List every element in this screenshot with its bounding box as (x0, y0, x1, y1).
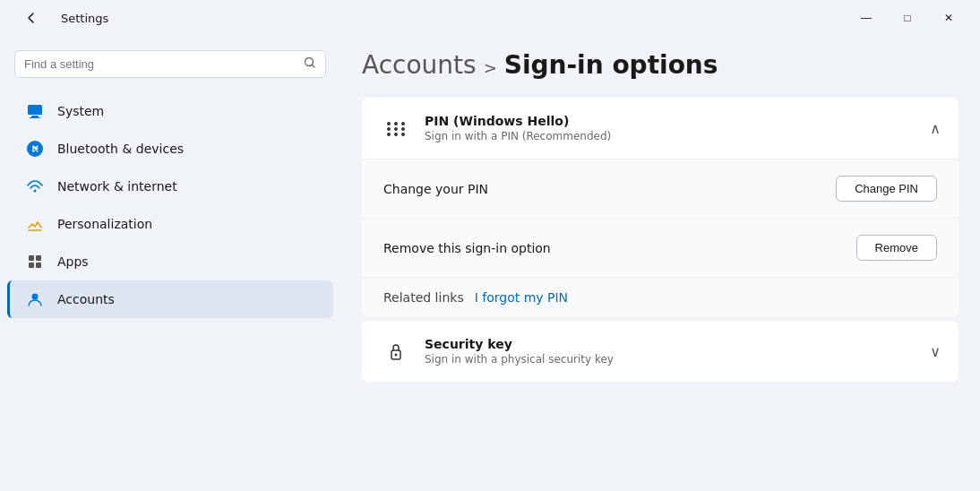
pin-section-info: PIN (Windows Hello) Sign in with a PIN (… (425, 114, 930, 142)
window-controls: — □ ✕ (846, 4, 969, 32)
forgot-pin-link[interactable]: I forgot my PIN (475, 290, 568, 305)
change-pin-row: Change your PIN Change PIN (362, 159, 959, 219)
breadcrumb-separator: > (484, 58, 497, 77)
remove-button[interactable]: Remove (856, 235, 937, 261)
accounts-icon (25, 289, 45, 309)
content-area: Accounts > Sign-in options (340, 36, 980, 491)
security-key-title: Security key (425, 337, 930, 351)
svg-point-13 (394, 122, 398, 125)
svg-rect-2 (31, 116, 39, 117)
security-key-section-header[interactable]: Security key Sign in with a physical sec… (362, 321, 959, 382)
svg-point-16 (394, 127, 398, 131)
svg-rect-3 (30, 117, 40, 118)
svg-rect-7 (29, 255, 34, 261)
change-pin-label: Change your PIN (383, 182, 836, 196)
related-links-label: Related links (383, 290, 464, 305)
pin-section-body: Change your PIN Change PIN Remove this s… (362, 159, 959, 317)
svg-point-5 (34, 190, 37, 193)
breadcrumb-parent[interactable]: Accounts (362, 50, 477, 80)
svg-point-15 (387, 127, 391, 131)
change-pin-button[interactable]: Change PIN (836, 176, 937, 202)
sidebar: System Bluetooth & devices Network & (0, 36, 340, 491)
breadcrumb-current: Sign-in options (504, 50, 718, 80)
svg-point-14 (401, 122, 405, 125)
apps-icon (25, 252, 45, 271)
pin-section-title: PIN (Windows Hello) (425, 114, 930, 128)
svg-point-18 (387, 133, 391, 136)
sidebar-item-personalization-label: Personalization (57, 217, 152, 231)
svg-point-19 (394, 133, 398, 136)
sidebar-item-accounts-label: Accounts (57, 292, 115, 306)
sidebar-item-system[interactable]: System (7, 92, 333, 130)
sidebar-item-network[interactable]: Network & internet (7, 168, 333, 205)
sidebar-item-system-label: System (57, 104, 104, 118)
security-key-section-card: Security key Sign in with a physical sec… (362, 321, 959, 382)
sidebar-item-apps-label: Apps (57, 254, 89, 269)
svg-point-17 (401, 127, 405, 131)
main-layout: System Bluetooth & devices Network & (0, 36, 980, 491)
sidebar-item-personalization[interactable]: Personalization (7, 205, 333, 243)
svg-point-22 (395, 354, 398, 357)
sidebar-item-accounts[interactable]: Accounts (7, 280, 333, 318)
bluetooth-icon (25, 139, 45, 159)
pin-icon (380, 112, 412, 144)
svg-rect-10 (36, 263, 41, 268)
remove-signin-label: Remove this sign-in option (383, 241, 856, 255)
pin-chevron-icon: ∧ (930, 120, 941, 137)
pin-section-card: PIN (Windows Hello) Sign in with a PIN (… (362, 98, 959, 317)
search-container (0, 50, 340, 92)
pin-section-header[interactable]: PIN (Windows Hello) Sign in with a PIN (… (362, 98, 959, 159)
system-icon (25, 101, 45, 121)
back-button[interactable] (11, 4, 52, 32)
pin-section-subtitle: Sign in with a PIN (Recommended) (425, 130, 930, 142)
network-icon (25, 177, 45, 196)
breadcrumb: Accounts > Sign-in options (362, 50, 959, 80)
security-key-chevron-icon: ∨ (930, 343, 941, 360)
title-bar-left: Settings (11, 4, 846, 32)
sidebar-item-bluetooth[interactable]: Bluetooth & devices (7, 130, 333, 168)
sidebar-item-apps[interactable]: Apps (7, 243, 333, 280)
search-icon (304, 56, 316, 72)
title-bar: Settings — □ ✕ (0, 0, 980, 36)
search-input[interactable] (24, 57, 297, 71)
security-key-icon (380, 335, 412, 367)
svg-point-20 (401, 133, 405, 136)
search-box (14, 50, 326, 78)
svg-rect-8 (36, 255, 41, 261)
personalization-icon (25, 214, 45, 234)
related-links-row: Related links I forgot my PIN (362, 278, 959, 317)
sidebar-item-bluetooth-label: Bluetooth & devices (57, 142, 184, 156)
svg-point-12 (387, 122, 391, 125)
sidebar-item-network-label: Network & internet (57, 179, 177, 194)
maximize-button[interactable]: □ (887, 4, 928, 32)
svg-rect-9 (29, 263, 34, 268)
security-key-subtitle: Sign in with a physical security key (425, 353, 930, 366)
close-button[interactable]: ✕ (928, 4, 969, 32)
remove-signin-row: Remove this sign-in option Remove (362, 219, 959, 278)
minimize-button[interactable]: — (846, 4, 887, 32)
svg-point-11 (32, 294, 39, 300)
security-key-section-info: Security key Sign in with a physical sec… (425, 337, 930, 366)
svg-rect-1 (28, 105, 42, 115)
app-title: Settings (61, 12, 108, 25)
